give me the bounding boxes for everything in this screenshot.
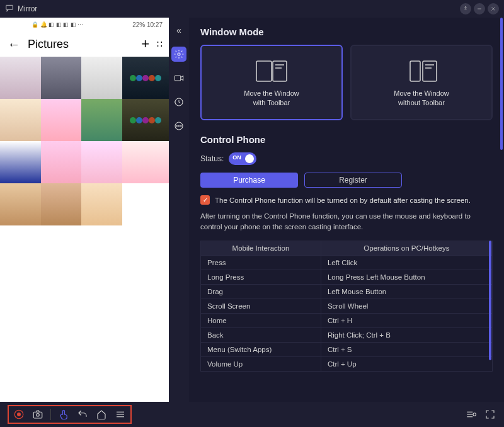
svg-point-8 — [181, 125, 181, 126]
svg-rect-13 — [410, 61, 420, 81]
cast-icon — [5, 4, 14, 14]
screenshot-button[interactable] — [32, 408, 44, 421]
window-toolbar-icon — [253, 57, 290, 83]
table-cell: Ctrl + S — [321, 342, 492, 356]
svg-point-6 — [176, 125, 177, 126]
fullscreen-button[interactable] — [484, 408, 496, 421]
table-scrollbar[interactable] — [489, 241, 491, 360]
photo-thumbnail[interactable] — [122, 99, 169, 141]
app-title: Mirror — [18, 4, 37, 13]
titlebar: Mirror — [0, 0, 504, 18]
pin-button[interactable] — [460, 3, 471, 14]
svg-point-20 — [37, 414, 40, 417]
table-cell: Ctrl + Up — [321, 356, 492, 371]
table-cell: Press — [201, 255, 321, 270]
table-cell: Left Click — [321, 255, 492, 270]
photo-thumbnail[interactable] — [0, 183, 41, 225]
table-row: BackRight Click; Ctrl + B — [201, 327, 493, 342]
status-text: 22% 10:27 — [132, 21, 163, 28]
phone-mirror-panel: 🔒 🔔 ◧ ◧ ◧ ◧ ⋯ 22% 10:27 ← Pictures + ∷ — [0, 18, 169, 402]
svg-point-18 — [17, 413, 21, 416]
record-button[interactable] — [13, 408, 25, 421]
svg-rect-0 — [6, 5, 13, 9]
table-row: Volume UpCtrl + Up — [201, 356, 493, 371]
menu-button[interactable] — [114, 408, 127, 421]
col-mobile: Mobile Interaction — [201, 241, 321, 255]
touch-button[interactable] — [57, 408, 70, 421]
mode-without-toolbar[interactable]: Move the Window without Toolbar — [350, 45, 493, 120]
window-mode-heading: Window Mode — [200, 26, 493, 37]
register-button[interactable]: Register — [304, 173, 402, 188]
thumbnail-action-icons — [122, 57, 169, 99]
hotkeys-table: Mobile Interaction Operations on PC/Hotk… — [200, 241, 493, 372]
photo-thumbnail[interactable] — [122, 141, 169, 183]
undo-button[interactable] — [76, 408, 89, 421]
mode-with-toolbar[interactable]: Move the Window with Toolbar — [200, 45, 343, 120]
control-description: After turning on the Control Phone funct… — [200, 211, 493, 233]
checkbox-label: The Control Phone function will be turne… — [215, 196, 471, 204]
table-cell: Drag — [201, 284, 321, 299]
control-toggle[interactable]: ON — [229, 152, 256, 165]
photo-thumbnail[interactable] — [81, 183, 122, 225]
side-rail: « — [169, 18, 189, 402]
photo-thumbnail[interactable] — [41, 183, 82, 225]
toggle-knob — [245, 154, 254, 163]
window-no-toolbar-icon — [403, 57, 440, 83]
table-row: Long PressLong Press Left Mouse Button — [201, 270, 493, 284]
svg-rect-14 — [423, 61, 437, 81]
back-icon[interactable]: ← — [8, 37, 20, 52]
svg-rect-10 — [273, 61, 287, 81]
collapse-button[interactable]: « — [171, 23, 186, 38]
photo-thumbnail[interactable] — [122, 57, 169, 99]
table-cell: Scroll Wheel — [321, 299, 492, 313]
scrollbar[interactable] — [500, 18, 503, 150]
photo-thumbnail[interactable] — [81, 57, 122, 99]
photo-thumbnail[interactable] — [0, 99, 41, 141]
photo-thumbnail[interactable] — [41, 99, 82, 141]
svg-point-7 — [178, 125, 179, 126]
more-tab[interactable] — [171, 118, 186, 134]
table-cell: Ctrl + H — [321, 313, 492, 327]
table-cell: Home — [201, 313, 321, 327]
toggle-on-label: ON — [232, 154, 241, 161]
col-pc: Operations on PC/Hotkeys — [321, 241, 492, 255]
photo-thumbnail[interactable] — [122, 183, 169, 225]
close-button[interactable] — [488, 3, 499, 14]
history-tab[interactable] — [171, 94, 186, 110]
photo-thumbnail[interactable] — [81, 141, 122, 183]
mode-without-label: Move the Window without Toolbar — [394, 89, 449, 108]
add-icon[interactable]: + — [141, 36, 149, 52]
list-settings-button[interactable] — [465, 408, 478, 421]
table-row: DragLeft Mouse Button — [201, 284, 493, 299]
svg-rect-19 — [33, 412, 42, 418]
home-button[interactable] — [95, 408, 108, 421]
table-cell: Menu (Switch Apps) — [201, 342, 321, 356]
record-tab[interactable] — [171, 71, 186, 86]
phone-status-bar: 🔒 🔔 ◧ ◧ ◧ ◧ ⋯ 22% 10:27 — [0, 18, 169, 31]
purchase-button[interactable]: Purchase — [200, 173, 298, 188]
svg-rect-9 — [256, 61, 272, 81]
table-row: Scroll ScreenScroll Wheel — [201, 299, 493, 313]
table-cell: Back — [201, 327, 321, 342]
settings-panel: Window Mode Move the Window with Toolbar… — [189, 18, 504, 402]
default-on-checkbox[interactable]: ✓ — [200, 195, 210, 205]
minimize-button[interactable] — [474, 3, 485, 14]
table-row: Menu (Switch Apps)Ctrl + S — [201, 342, 493, 356]
table-cell: Right Click; Ctrl + B — [321, 327, 492, 342]
table-cell: Long Press — [201, 270, 321, 284]
phone-screen-title: Pictures — [28, 38, 134, 51]
table-cell: Left Mouse Button — [321, 284, 492, 299]
svg-point-2 — [178, 53, 180, 55]
control-phone-heading: Control Phone — [200, 134, 493, 145]
photo-thumbnail[interactable] — [41, 141, 82, 183]
divider — [50, 409, 51, 420]
photo-thumbnail[interactable] — [0, 57, 41, 99]
expand-icon[interactable]: ∷ — [157, 39, 161, 49]
photo-thumbnail[interactable] — [41, 57, 82, 99]
settings-tab[interactable] — [171, 47, 186, 62]
table-cell: Scroll Screen — [201, 299, 321, 313]
photo-thumbnail[interactable] — [81, 99, 122, 141]
photo-thumbnail[interactable] — [0, 141, 41, 183]
photo-gallery[interactable] — [0, 57, 169, 225]
table-cell: Volume Up — [201, 356, 321, 371]
